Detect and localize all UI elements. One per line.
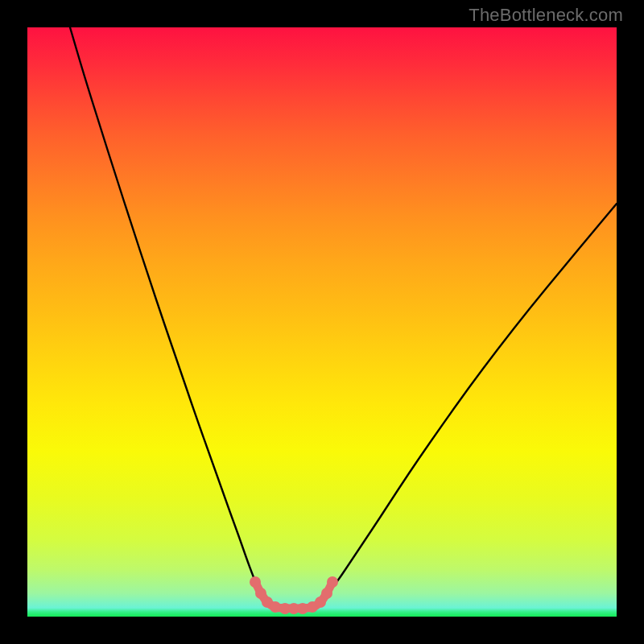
outline-dot bbox=[297, 603, 308, 614]
chart-plot-area bbox=[27, 27, 617, 617]
right-curve bbox=[327, 204, 617, 594]
outline-dot bbox=[321, 588, 332, 599]
watermark-text: TheBottleneck.com bbox=[469, 5, 623, 26]
chart-svg bbox=[27, 27, 617, 617]
outline-dot bbox=[250, 576, 261, 588]
left-curve bbox=[70, 27, 261, 594]
outline-dots-group bbox=[250, 576, 338, 614]
outline-dot bbox=[270, 601, 281, 613]
outline-dot bbox=[327, 576, 338, 588]
